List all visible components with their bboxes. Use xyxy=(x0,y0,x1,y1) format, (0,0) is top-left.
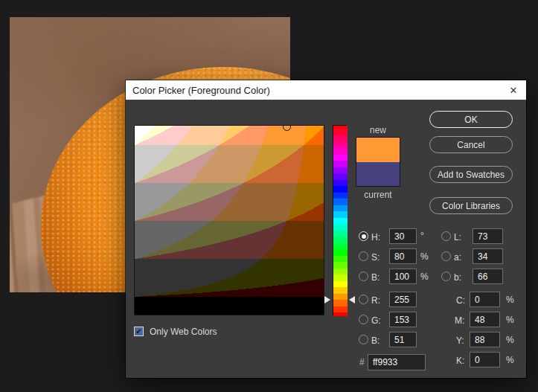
only-web-colors-checkbox[interactable] xyxy=(134,327,144,336)
y-unit: % xyxy=(506,335,514,345)
color-picker-dialog: Color Picker (Foreground Color) ✕ new cu… xyxy=(126,80,526,378)
m-unit: % xyxy=(506,315,514,325)
lab-b-input[interactable] xyxy=(473,269,503,284)
hex-input[interactable] xyxy=(368,354,426,370)
radio-g[interactable] xyxy=(359,315,368,324)
c-input[interactable] xyxy=(470,292,500,307)
l-label: L: xyxy=(454,232,461,242)
s-unit: % xyxy=(420,251,429,262)
b-input[interactable] xyxy=(389,269,417,284)
radio-h[interactable] xyxy=(359,231,368,241)
photoshop-workspace: Color Picker (Foreground Color) ✕ new cu… xyxy=(0,0,538,392)
lab-b-label: b: xyxy=(454,272,461,283)
radio-b[interactable] xyxy=(359,271,368,281)
m-input[interactable] xyxy=(470,312,500,327)
only-web-colors-label: Only Web Colors xyxy=(150,327,217,337)
k-unit: % xyxy=(506,355,514,365)
radio-s[interactable] xyxy=(359,251,368,261)
h-label: H: xyxy=(371,232,380,242)
radio-l[interactable] xyxy=(441,231,451,241)
color-libraries-button[interactable]: Color Libraries xyxy=(429,197,513,214)
hue-slider[interactable] xyxy=(333,125,347,315)
new-color-swatch xyxy=(356,138,400,162)
ok-button[interactable]: OK xyxy=(429,111,513,128)
b-unit: % xyxy=(420,271,429,282)
radio-a[interactable] xyxy=(441,251,451,261)
s-label: S: xyxy=(371,252,380,263)
cancel-button[interactable]: Cancel xyxy=(429,136,513,153)
c-label: C: xyxy=(456,295,465,306)
radio-r[interactable] xyxy=(359,295,368,304)
radio-lab-b[interactable] xyxy=(441,271,451,281)
color-field[interactable] xyxy=(134,125,324,315)
dialog-title: Color Picker (Foreground Color) xyxy=(126,85,270,96)
r-input[interactable] xyxy=(389,292,417,307)
b-label: B: xyxy=(371,272,380,283)
h-unit: ° xyxy=(420,231,424,241)
swatch-box xyxy=(356,137,400,187)
new-swatch-label: new xyxy=(352,125,404,135)
hue-slider-arrow-right[interactable] xyxy=(349,296,355,303)
add-to-swatches-button[interactable]: Add to Swatches xyxy=(429,166,513,183)
b2-label: B: xyxy=(371,335,380,346)
l-input[interactable] xyxy=(473,228,503,244)
current-color-swatch xyxy=(356,162,400,187)
dialog-titlebar[interactable]: Color Picker (Foreground Color) ✕ xyxy=(126,80,526,100)
g-label: G: xyxy=(371,315,381,326)
a-input[interactable] xyxy=(473,248,503,264)
radio-b2[interactable] xyxy=(359,335,368,344)
r-label: R: xyxy=(371,295,380,306)
k-input[interactable] xyxy=(470,352,500,367)
b2-input[interactable] xyxy=(389,332,417,347)
close-icon[interactable]: ✕ xyxy=(501,80,526,100)
k-label: K: xyxy=(456,356,464,366)
m-label: M: xyxy=(455,315,464,326)
current-swatch-label: current xyxy=(352,190,404,200)
s-input[interactable] xyxy=(389,248,417,264)
c-unit: % xyxy=(506,295,514,305)
hue-slider-arrow-left[interactable] xyxy=(324,296,330,303)
a-label: a: xyxy=(454,252,461,263)
y-input[interactable] xyxy=(470,332,500,347)
h-input[interactable] xyxy=(389,228,417,244)
y-label: Y: xyxy=(456,335,464,346)
hex-hash-label: # xyxy=(359,357,365,367)
g-input[interactable] xyxy=(389,312,417,327)
